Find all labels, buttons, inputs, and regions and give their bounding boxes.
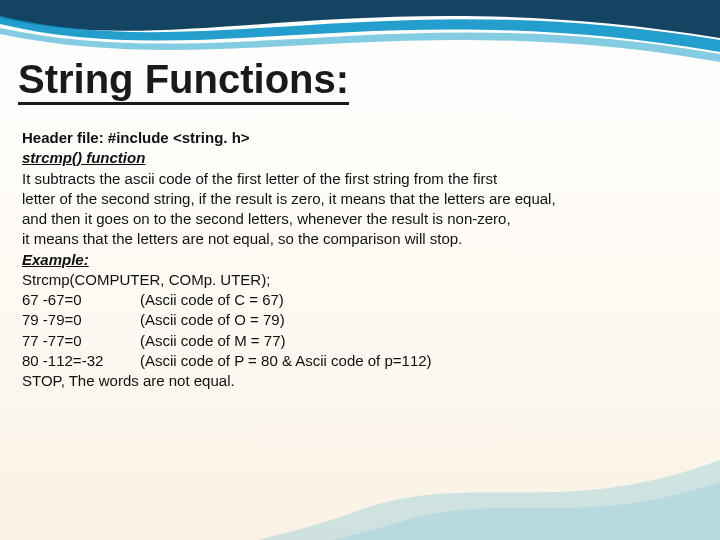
paragraph-line: it means that the letters are not equal,… bbox=[22, 229, 698, 249]
header-file-line: Header file: #include <string. h> bbox=[22, 128, 698, 148]
slide-body: Header file: #include <string. h> strcmp… bbox=[22, 128, 698, 391]
example-call: Strcmp(COMPUTER, COMp. UTER); bbox=[22, 270, 698, 290]
example-heading: Example: bbox=[22, 250, 698, 270]
calc-row: 80 -112=-32(Ascii code of P = 80 & Ascii… bbox=[22, 351, 698, 371]
calc-row: 67 -67=0(Ascii code of C = 67) bbox=[22, 290, 698, 310]
calc-row: 79 -79=0(Ascii code of O = 79) bbox=[22, 310, 698, 330]
decorative-swoosh-bottom bbox=[0, 420, 720, 540]
stop-line: STOP, The words are not equal. bbox=[22, 371, 698, 391]
slide-title: String Functions: bbox=[18, 58, 349, 105]
slide: String Functions: Header file: #include … bbox=[0, 0, 720, 540]
paragraph-line: letter of the second string, if the resu… bbox=[22, 189, 698, 209]
paragraph-line: It subtracts the ascii code of the first… bbox=[22, 169, 698, 189]
function-name: strcmp() function bbox=[22, 148, 698, 168]
paragraph-line: and then it goes on to the second letter… bbox=[22, 209, 698, 229]
calc-row: 77 -77=0(Ascii code of M = 77) bbox=[22, 331, 698, 351]
